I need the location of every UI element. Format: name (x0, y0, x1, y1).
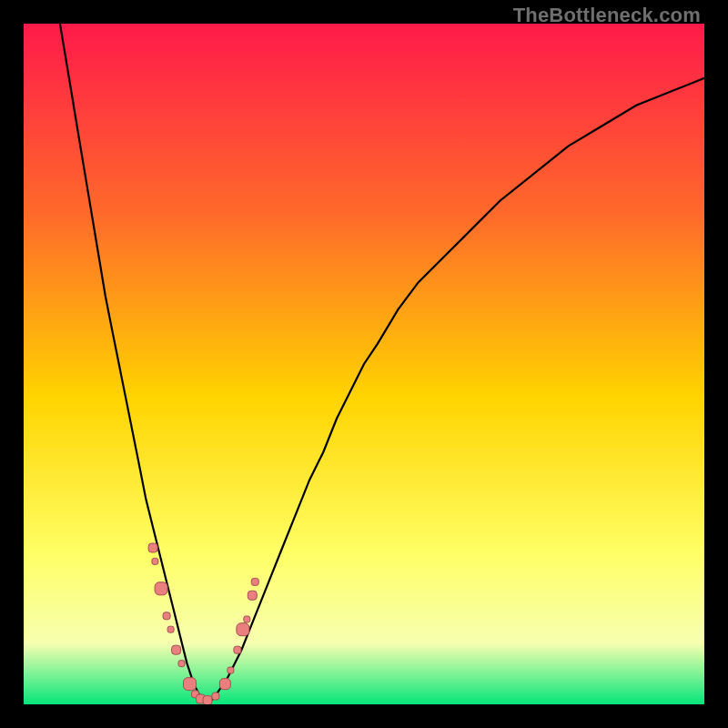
data-marker (234, 646, 241, 653)
data-marker (248, 591, 257, 600)
data-marker (152, 558, 158, 564)
data-marker (184, 678, 197, 691)
data-marker (155, 582, 167, 595)
data-marker (237, 623, 249, 636)
data-marker (203, 696, 212, 705)
data-marker (228, 667, 234, 673)
data-marker (148, 543, 157, 552)
data-marker (251, 578, 258, 585)
data-marker (163, 612, 170, 620)
bottleneck-plot (24, 24, 704, 704)
data-marker (212, 693, 219, 700)
data-marker (167, 626, 174, 632)
chart-frame (24, 24, 704, 704)
data-marker (178, 661, 185, 667)
data-marker (244, 616, 250, 622)
data-marker (172, 645, 181, 654)
data-marker (219, 679, 230, 690)
watermark-text: TheBottleneck.com (513, 4, 701, 27)
